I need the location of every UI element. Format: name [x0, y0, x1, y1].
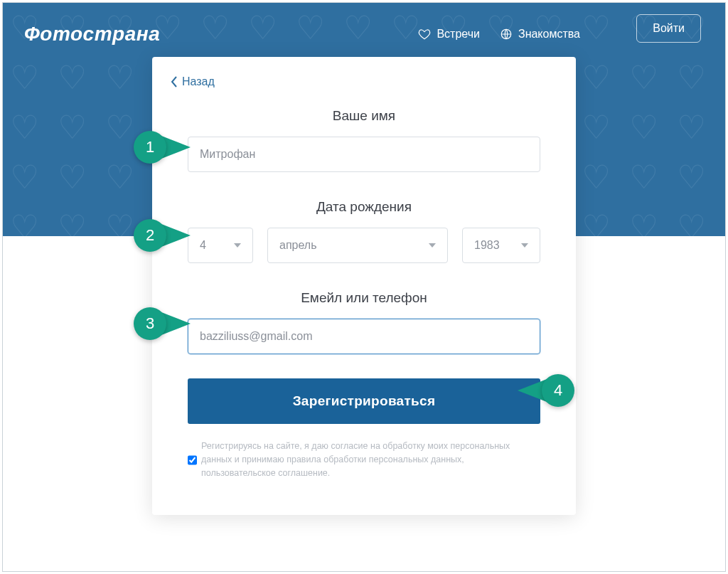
- globe-icon: [500, 28, 513, 41]
- header: Фотострана Встречи Знакомства Войти: [3, 3, 725, 53]
- consent-text: Регистрируясь на сайте, я даю согласие н…: [201, 440, 540, 479]
- caret-down-icon: [521, 243, 528, 248]
- nav-dating[interactable]: Знакомства: [500, 28, 580, 41]
- contact-label: Емейл или телефон: [188, 290, 540, 306]
- consent-row: Регистрируясь на сайте, я даю согласие н…: [188, 440, 540, 479]
- dob-day-select[interactable]: 4: [188, 228, 253, 263]
- heart-outline-icon: [418, 28, 431, 41]
- caret-down-icon: [429, 243, 436, 248]
- contact-input[interactable]: [188, 319, 540, 354]
- signup-card: Назад Ваше имя Дата рождения 4 апрель 19…: [152, 57, 576, 515]
- login-button[interactable]: Войти: [636, 14, 701, 43]
- caret-down-icon: [234, 243, 241, 248]
- nav-meet-label: Встречи: [437, 28, 480, 41]
- nav-meet[interactable]: Встречи: [418, 28, 480, 41]
- dob-day-value: 4: [200, 239, 206, 252]
- brand-logo: Фотострана: [24, 23, 160, 46]
- consent-checkbox[interactable]: [188, 441, 197, 479]
- dob-year-value: 1983: [474, 239, 500, 252]
- chevron-left-icon: [171, 76, 178, 87]
- dob-label: Дата рождения: [188, 199, 540, 215]
- dob-month-value: апрель: [279, 239, 317, 252]
- back-link[interactable]: Назад: [171, 75, 540, 88]
- dob-month-select[interactable]: апрель: [267, 228, 448, 263]
- name-label: Ваше имя: [188, 108, 540, 124]
- nav-dating-label: Знакомства: [518, 28, 580, 41]
- back-label: Назад: [182, 75, 215, 88]
- dob-year-select[interactable]: 1983: [462, 228, 540, 263]
- name-input[interactable]: [188, 137, 540, 172]
- submit-button[interactable]: Зарегистрироваться: [188, 378, 540, 424]
